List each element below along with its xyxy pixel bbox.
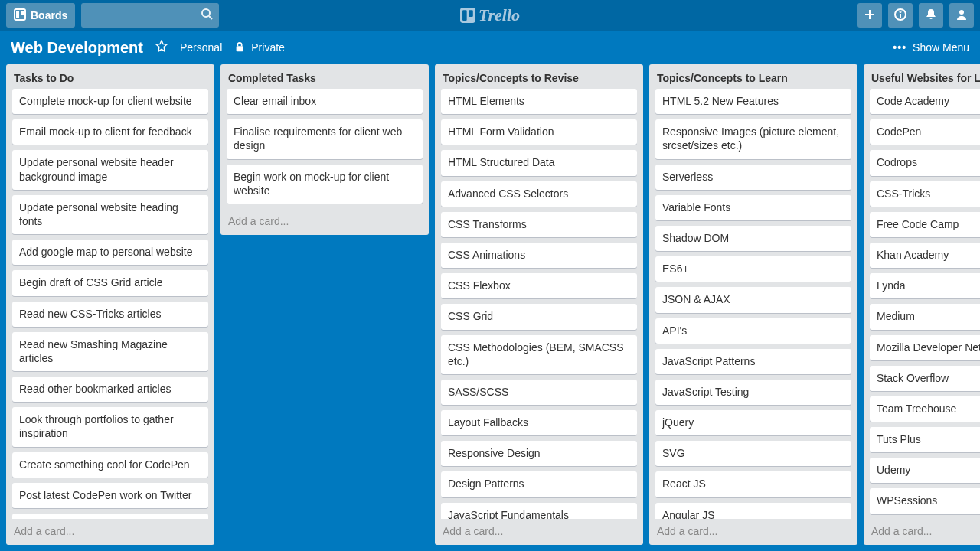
card[interactable]: Complete mock-up for client website xyxy=(12,89,208,114)
card[interactable]: Responsive Images (picture element, srcs… xyxy=(655,119,851,158)
card[interactable]: Advanced CSS Selectors xyxy=(441,181,637,207)
card[interactable]: Add google map to personal website xyxy=(12,240,208,265)
card[interactable]: Responsive Design xyxy=(441,441,637,466)
create-button[interactable] xyxy=(858,3,882,28)
card[interactable]: ES6+ xyxy=(655,256,851,282)
card[interactable]: Shadow DOM xyxy=(655,226,851,251)
star-button[interactable] xyxy=(155,40,168,55)
svg-line-4 xyxy=(209,16,212,19)
card[interactable]: Read new CSS-Tricks articles xyxy=(12,302,208,327)
card[interactable]: Tuts Plus xyxy=(870,427,980,452)
board-canvas: Tasks to DoComplete mock-up for client w… xyxy=(0,64,980,551)
card[interactable]: CSS Flexbox xyxy=(441,273,637,298)
card[interactable]: HTML 5.2 New Features xyxy=(655,89,851,114)
card[interactable]: Udemy xyxy=(870,458,980,483)
card[interactable]: CSS Animations xyxy=(441,243,637,268)
card[interactable]: CSS Methodologies (BEM, SMACSS etc.) xyxy=(441,335,637,374)
list-title[interactable]: Useful Websites for Learning xyxy=(864,64,980,89)
visibility-button[interactable]: Private xyxy=(234,41,285,54)
card[interactable]: Medium xyxy=(870,304,980,329)
notifications-button[interactable] xyxy=(919,3,943,28)
card[interactable]: WPSessions xyxy=(870,488,980,514)
list-cards: HTML 5.2 New FeaturesResponsive Images (… xyxy=(649,89,858,519)
card[interactable]: jQuery xyxy=(655,410,851,435)
card[interactable]: JavaScript Patterns xyxy=(655,349,851,374)
card[interactable]: Codrops xyxy=(870,150,980,175)
card[interactable]: HTML Form Validation xyxy=(441,119,637,145)
card[interactable]: Free Code Camp xyxy=(870,212,980,237)
card[interactable]: Create something cool for CodePen xyxy=(12,452,208,478)
logo: Trello xyxy=(460,5,520,25)
card[interactable]: API's xyxy=(655,318,851,344)
card[interactable]: Layout Fallbacks xyxy=(441,410,637,435)
card[interactable]: Read other bookmarked articles xyxy=(12,377,208,402)
card[interactable]: Team Treehouse xyxy=(870,396,980,422)
info-button[interactable] xyxy=(888,3,913,28)
board-title: Web Development xyxy=(11,39,143,57)
add-card-button[interactable]: Add a card... xyxy=(864,519,980,545)
svg-point-3 xyxy=(202,9,210,17)
star-icon xyxy=(155,40,168,52)
card[interactable]: JavaScript Fundamentals xyxy=(441,503,637,519)
card[interactable]: Update personal website header backgroun… xyxy=(12,150,208,189)
card[interactable]: Listen to new Syntax.fm episode xyxy=(12,514,208,519)
card[interactable]: Khan Academy xyxy=(870,243,980,268)
add-card-button[interactable]: Add a card... xyxy=(6,519,214,545)
card[interactable]: Email mock-up to client for feedback xyxy=(12,119,208,145)
svg-rect-1 xyxy=(16,11,19,18)
card[interactable]: React JS xyxy=(655,471,851,497)
lock-icon xyxy=(234,41,245,54)
list-title[interactable]: Topics/Concepts to Revise xyxy=(435,64,643,89)
list-cards: HTML ElementsHTML Form ValidationHTML St… xyxy=(435,89,643,519)
list-title[interactable]: Tasks to Do xyxy=(6,64,214,89)
card[interactable]: Lynda xyxy=(870,273,980,298)
card[interactable]: CSS-Tricks xyxy=(870,181,980,207)
add-card-button[interactable]: Add a card... xyxy=(435,519,643,545)
board-header: Web Development Personal Private ••• Sho… xyxy=(0,31,980,64)
list-title[interactable]: Topics/Concepts to Learn xyxy=(649,64,858,89)
card[interactable]: SASS/SCSS xyxy=(441,380,637,405)
search-icon xyxy=(201,8,213,23)
card[interactable]: Stack Overflow xyxy=(870,366,980,391)
card[interactable]: Look through portfolios to gather inspir… xyxy=(12,407,208,446)
svg-rect-14 xyxy=(237,46,243,51)
svg-rect-5 xyxy=(460,8,475,23)
card[interactable]: Clear email inbox xyxy=(227,89,423,114)
card[interactable]: SVG xyxy=(655,441,851,466)
show-menu-button[interactable]: ••• Show Menu xyxy=(893,41,969,54)
svg-rect-2 xyxy=(21,11,24,15)
search-input[interactable] xyxy=(81,3,219,28)
list: Topics/Concepts to LearnHTML 5.2 New Fea… xyxy=(649,64,858,545)
card[interactable]: Update personal website heading fonts xyxy=(12,195,208,234)
bell-icon xyxy=(925,8,937,23)
boards-label: Boards xyxy=(31,9,67,21)
boards-button[interactable]: Boards xyxy=(6,3,75,28)
account-button[interactable] xyxy=(949,3,974,28)
card[interactable]: JavaScript Testing xyxy=(655,380,851,405)
add-card-button[interactable]: Add a card... xyxy=(220,209,429,235)
card[interactable]: Begin draft of CSS Grid article xyxy=(12,270,208,295)
card[interactable]: Code Academy xyxy=(870,89,980,114)
card[interactable]: Serverless xyxy=(655,165,851,190)
app-header: Boards Trello xyxy=(0,0,980,31)
card[interactable]: Variable Fonts xyxy=(655,195,851,220)
card[interactable]: Post latest CodePen work on Twitter xyxy=(12,483,208,508)
svg-rect-6 xyxy=(462,10,467,21)
card[interactable]: CSS Transforms xyxy=(441,212,637,237)
card[interactable]: Mozilla Developer Network xyxy=(870,335,980,360)
card[interactable]: Design Patterns xyxy=(441,471,637,497)
card[interactable]: JSON & AJAX xyxy=(655,287,851,312)
list-cards: Clear email inboxFinalise requirements f… xyxy=(220,89,429,209)
list: Tasks to DoComplete mock-up for client w… xyxy=(6,64,214,545)
card[interactable]: Begin work on mock-up for client website xyxy=(227,165,423,204)
card[interactable]: Finalise requirements for client web des… xyxy=(227,119,423,158)
card[interactable]: Angular JS xyxy=(655,503,851,519)
card[interactable]: CodePen xyxy=(870,119,980,145)
team-button[interactable]: Personal xyxy=(180,41,222,54)
card[interactable]: HTML Elements xyxy=(441,89,637,114)
card[interactable]: Read new Smashing Magazine articles xyxy=(12,332,208,371)
card[interactable]: HTML Structured Data xyxy=(441,150,637,175)
card[interactable]: CSS Grid xyxy=(441,304,637,329)
list-title[interactable]: Completed Tasks xyxy=(220,64,429,89)
add-card-button[interactable]: Add a card... xyxy=(649,519,858,545)
